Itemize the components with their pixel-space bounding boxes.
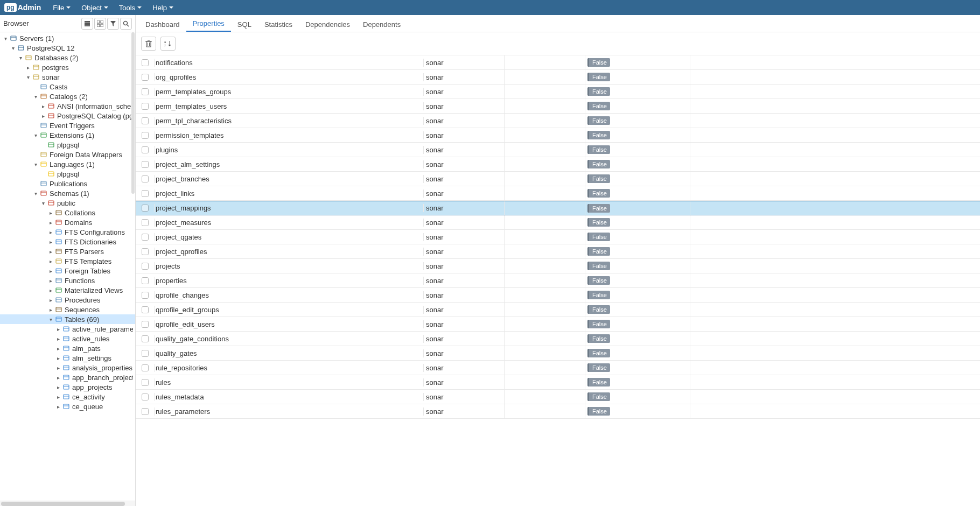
table-row[interactable]: qprofile_edit_groupssonarFalse bbox=[136, 303, 980, 317]
collapse-icon[interactable]: ▾ bbox=[2, 36, 9, 41]
expand-icon[interactable]: ▸ bbox=[40, 113, 46, 119]
expand-icon[interactable]: ▸ bbox=[47, 287, 54, 293]
row-checkbox[interactable] bbox=[142, 248, 149, 255]
tree-node[interactable]: ▸Procedures bbox=[0, 295, 135, 305]
tree-node[interactable]: ▸Domains bbox=[0, 217, 135, 227]
tree-node[interactable]: ▸Materialized Views bbox=[0, 285, 135, 295]
expand-icon[interactable]: ▸ bbox=[55, 394, 61, 400]
menu-tools[interactable]: Tools bbox=[114, 4, 147, 12]
row-checkbox[interactable] bbox=[142, 292, 149, 299]
table-row[interactable]: qprofile_changessonarFalse bbox=[136, 288, 980, 303]
row-checkbox[interactable] bbox=[142, 277, 149, 284]
tree-node[interactable]: ▸app_branch_project_branch bbox=[0, 373, 135, 382]
table-row[interactable]: quality_gate_conditionssonarFalse bbox=[136, 332, 980, 346]
tree-node[interactable]: ▸alm_pats bbox=[0, 343, 135, 353]
collapse-icon[interactable]: ▾ bbox=[47, 317, 54, 322]
table-row[interactable]: pluginssonarFalse bbox=[136, 143, 980, 157]
table-row[interactable]: qprofile_edit_userssonarFalse bbox=[136, 317, 980, 332]
tree-grid-icon[interactable] bbox=[94, 18, 106, 30]
tree-node[interactable]: plpgsql bbox=[0, 140, 135, 150]
row-checkbox[interactable] bbox=[142, 408, 149, 415]
collapse-icon[interactable]: ▾ bbox=[32, 191, 39, 196]
expand-icon[interactable]: ▸ bbox=[55, 346, 61, 352]
expand-icon[interactable]: ▸ bbox=[40, 103, 46, 109]
expand-icon[interactable]: ▸ bbox=[47, 258, 54, 264]
tree-node[interactable]: ▸Functions bbox=[0, 276, 135, 285]
menu-file[interactable]: File bbox=[47, 4, 76, 12]
tree-node[interactable]: ▸ANSI (information_schema) bbox=[0, 101, 135, 111]
row-checkbox[interactable] bbox=[142, 393, 149, 400]
menu-help[interactable]: Help bbox=[147, 4, 179, 12]
table-row[interactable]: project_linkssonarFalse bbox=[136, 186, 980, 201]
tree-node[interactable]: ▾Databases (2) bbox=[0, 53, 135, 62]
collapse-icon[interactable]: ▾ bbox=[25, 74, 31, 80]
expand-icon[interactable]: ▸ bbox=[55, 355, 61, 361]
expand-icon[interactable]: ▸ bbox=[47, 229, 54, 235]
menu-object[interactable]: Object bbox=[76, 4, 114, 12]
row-checkbox[interactable] bbox=[142, 350, 149, 357]
tree-node[interactable]: Event Triggers bbox=[0, 121, 135, 130]
tree-node[interactable]: ▾PostgreSQL 12 bbox=[0, 43, 135, 53]
expand-icon[interactable]: ▸ bbox=[47, 220, 54, 226]
tree-node[interactable]: plpgsql bbox=[0, 169, 135, 179]
collapse-icon[interactable]: ▾ bbox=[40, 200, 46, 206]
tree-tool-1-icon[interactable] bbox=[81, 18, 93, 30]
table-row[interactable]: org_qprofilessonarFalse bbox=[136, 70, 980, 85]
expand-icon[interactable]: ▸ bbox=[55, 326, 61, 332]
table-row[interactable]: notificationssonarFalse bbox=[136, 55, 980, 70]
expand-icon[interactable]: ▸ bbox=[47, 210, 54, 216]
row-checkbox[interactable] bbox=[142, 205, 149, 212]
table-row[interactable]: perm_tpl_characteristicssonarFalse bbox=[136, 114, 980, 128]
tree-node[interactable]: ▸ce_queue bbox=[0, 402, 135, 411]
expand-icon[interactable]: ▸ bbox=[25, 65, 31, 71]
tree-node[interactable]: ▸FTS Parsers bbox=[0, 247, 135, 256]
row-checkbox[interactable] bbox=[142, 74, 149, 81]
sort-button[interactable]: az bbox=[160, 37, 176, 51]
row-checkbox[interactable] bbox=[142, 132, 149, 139]
table-row[interactable]: rules_parameterssonarFalse bbox=[136, 404, 980, 419]
collapse-icon[interactable]: ▾ bbox=[32, 161, 39, 167]
table-row[interactable]: perm_templates_groupssonarFalse bbox=[136, 85, 980, 99]
tree-node[interactable]: ▸analysis_properties bbox=[0, 363, 135, 373]
row-checkbox[interactable] bbox=[142, 306, 149, 313]
tree-node[interactable]: ▸ce_activity bbox=[0, 392, 135, 402]
tree-node[interactable]: ▸alm_settings bbox=[0, 353, 135, 363]
expand-icon[interactable]: ▸ bbox=[47, 249, 54, 255]
tree-node[interactable]: ▾Extensions (1) bbox=[0, 130, 135, 140]
row-checkbox[interactable] bbox=[142, 219, 149, 226]
table-row[interactable]: project_measuressonarFalse bbox=[136, 215, 980, 230]
tree-node[interactable]: Publications bbox=[0, 179, 135, 188]
row-checkbox[interactable] bbox=[142, 364, 149, 371]
tree-node[interactable]: ▾sonar bbox=[0, 72, 135, 82]
expand-icon[interactable]: ▸ bbox=[47, 297, 54, 303]
tree-node[interactable]: Foreign Data Wrappers bbox=[0, 150, 135, 159]
tab-statistics[interactable]: Statistics bbox=[258, 17, 299, 32]
table-row[interactable]: project_alm_settingssonarFalse bbox=[136, 157, 980, 172]
object-tree[interactable]: ▾Servers (1)▾PostgreSQL 12▾Databases (2)… bbox=[0, 32, 135, 501]
tree-node[interactable]: ▾public bbox=[0, 198, 135, 208]
tree-node[interactable]: ▸active_rules bbox=[0, 334, 135, 343]
tab-dependencies[interactable]: Dependencies bbox=[299, 17, 356, 32]
tab-properties[interactable]: Properties bbox=[186, 16, 231, 32]
table-row[interactable]: projectssonarFalse bbox=[136, 259, 980, 273]
table-row[interactable]: permission_templatessonarFalse bbox=[136, 128, 980, 143]
table-row[interactable]: project_branchessonarFalse bbox=[136, 172, 980, 186]
row-checkbox[interactable] bbox=[142, 379, 149, 386]
table-row[interactable]: quality_gatessonarFalse bbox=[136, 346, 980, 361]
expand-icon[interactable]: ▸ bbox=[55, 365, 61, 371]
tree-node[interactable]: ▸Foreign Tables bbox=[0, 266, 135, 276]
row-checkbox[interactable] bbox=[142, 146, 149, 153]
table-row[interactable]: project_mappingssonarFalse bbox=[136, 201, 980, 215]
tree-search-icon[interactable] bbox=[120, 18, 132, 30]
tree-node[interactable]: ▸FTS Configurations bbox=[0, 227, 135, 237]
row-checkbox[interactable] bbox=[142, 190, 149, 197]
table-row[interactable]: rule_repositoriessonarFalse bbox=[136, 361, 980, 375]
tab-dependents[interactable]: Dependents bbox=[356, 17, 407, 32]
tree-node[interactable]: ▸postgres bbox=[0, 62, 135, 72]
expand-icon[interactable]: ▸ bbox=[47, 307, 54, 313]
tree-node[interactable]: ▾Languages (1) bbox=[0, 159, 135, 169]
expand-icon[interactable]: ▸ bbox=[55, 336, 61, 342]
tree-scrollbar[interactable] bbox=[131, 32, 135, 194]
collapse-icon[interactable]: ▾ bbox=[10, 45, 16, 51]
expand-icon[interactable]: ▸ bbox=[55, 375, 61, 381]
